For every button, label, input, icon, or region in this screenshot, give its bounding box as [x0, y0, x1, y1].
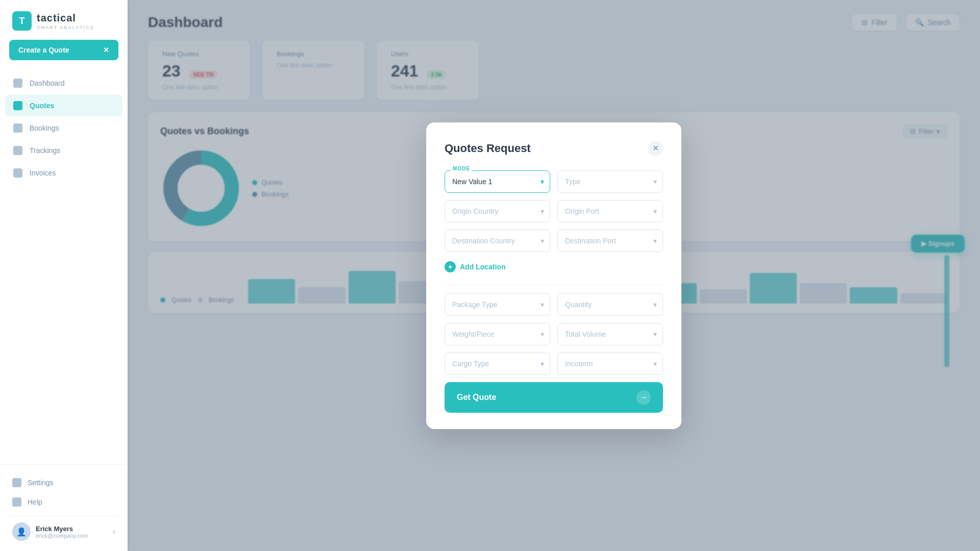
- sidebar-label-settings: Settings: [28, 479, 54, 487]
- settings-icon: [12, 478, 21, 487]
- help-icon: [12, 497, 21, 507]
- dashboard-icon: [13, 79, 22, 88]
- cargo-type-field: ▾: [445, 353, 550, 375]
- sidebar-item-quotes[interactable]: Quotes: [5, 95, 122, 116]
- total-volume-field: ▾: [557, 323, 663, 345]
- weight-piece-field: ▾: [445, 323, 550, 345]
- package-type-input[interactable]: [445, 293, 550, 316]
- destination-country-field: ▾: [445, 230, 550, 252]
- user-email: erick@company.com: [36, 533, 108, 539]
- mode-label: MODE: [451, 166, 472, 171]
- quantity-field: ▾: [557, 293, 663, 316]
- sidebar-item-invoices[interactable]: Invoices: [5, 162, 122, 184]
- sidebar-nav: Dashboard Quotes Bookings Trackings Invo…: [0, 72, 128, 464]
- sidebar-item-bookings[interactable]: Bookings: [5, 117, 122, 139]
- get-quote-button[interactable]: Get Quote →: [445, 382, 663, 413]
- form-row-destination: ▾ ▾: [445, 230, 663, 252]
- type-input[interactable]: [557, 170, 663, 193]
- sidebar-label-quotes: Quotes: [30, 102, 54, 110]
- incoterm-input[interactable]: [557, 353, 663, 375]
- destination-port-field: ▾: [557, 230, 663, 252]
- sidebar-item-dashboard[interactable]: Dashboard: [5, 72, 122, 94]
- sidebar-bottom: Settings Help 👤 Erick Myers erick@compan…: [0, 464, 128, 551]
- modal-title: Quotes Request: [445, 142, 531, 155]
- quotes-icon: [13, 101, 22, 110]
- modal-overlay[interactable]: Quotes Request ✕ MODE ▾ ▾ ▾ ▾: [128, 0, 980, 551]
- mode-input[interactable]: [445, 170, 550, 193]
- user-name: Erick Myers: [36, 525, 108, 533]
- destination-port-input[interactable]: [557, 230, 663, 252]
- mode-field: MODE ▾: [445, 170, 550, 193]
- invoices-icon: [13, 168, 22, 178]
- sidebar-label-trackings: Trackings: [30, 146, 60, 155]
- origin-country-input[interactable]: [445, 200, 550, 222]
- sidebar-label-help: Help: [28, 498, 42, 506]
- total-volume-input[interactable]: [557, 323, 663, 345]
- origin-country-field: ▾: [445, 200, 550, 222]
- weight-piece-input[interactable]: [445, 323, 550, 345]
- sidebar-label-invoices: Invoices: [30, 169, 56, 177]
- sidebar-label-bookings: Bookings: [30, 124, 59, 132]
- destination-country-input[interactable]: [445, 230, 550, 252]
- chevron-right-icon: ›: [113, 527, 115, 536]
- modal-header: Quotes Request ✕: [445, 141, 663, 156]
- form-row-mode-type: MODE ▾ ▾: [445, 170, 663, 193]
- form-row-origin: ▾ ▾: [445, 200, 663, 222]
- sidebar-item-trackings[interactable]: Trackings: [5, 140, 122, 161]
- origin-port-field: ▾: [557, 200, 663, 222]
- modal-close-button[interactable]: ✕: [648, 141, 663, 156]
- form-row-weight-volume: ▾ ▾: [445, 323, 663, 345]
- type-field: ▾: [557, 170, 663, 193]
- add-location-label: Add Location: [460, 263, 505, 271]
- form-row-package-qty: ▾ ▾: [445, 293, 663, 316]
- bookings-icon: [13, 123, 22, 133]
- add-location-button[interactable]: + Add Location: [445, 259, 663, 274]
- logo: T tactical SMART ANALYTICS: [0, 0, 128, 40]
- user-profile[interactable]: 👤 Erick Myers erick@company.com ›: [9, 516, 118, 543]
- sidebar-item-settings[interactable]: Settings: [9, 473, 118, 492]
- create-quote-button[interactable]: Create a Quote ✕: [9, 40, 118, 60]
- arrow-right-icon: →: [636, 390, 651, 405]
- sidebar-label-dashboard: Dashboard: [30, 79, 65, 87]
- get-quote-label: Get Quote: [457, 393, 496, 402]
- incoterm-field: ▾: [557, 353, 663, 375]
- logo-icon: T: [12, 11, 32, 31]
- origin-port-input[interactable]: [557, 200, 663, 222]
- quantity-input[interactable]: [557, 293, 663, 316]
- trackings-icon: [13, 146, 22, 155]
- section-divider: [445, 285, 663, 285]
- form-row-cargo-incoterm: ▾ ▾: [445, 353, 663, 375]
- package-type-field: ▾: [445, 293, 550, 316]
- sidebar: T tactical SMART ANALYTICS Create a Quot…: [0, 0, 128, 551]
- cargo-type-input[interactable]: [445, 353, 550, 375]
- logo-text: tactical: [37, 12, 94, 24]
- sidebar-item-help[interactable]: Help: [9, 492, 118, 512]
- logo-subtitle: SMART ANALYTICS: [37, 25, 94, 30]
- quotes-request-modal: Quotes Request ✕ MODE ▾ ▾ ▾ ▾: [426, 122, 681, 429]
- avatar: 👤: [12, 522, 31, 541]
- user-info: Erick Myers erick@company.com: [36, 525, 108, 539]
- plus-icon: +: [445, 261, 456, 272]
